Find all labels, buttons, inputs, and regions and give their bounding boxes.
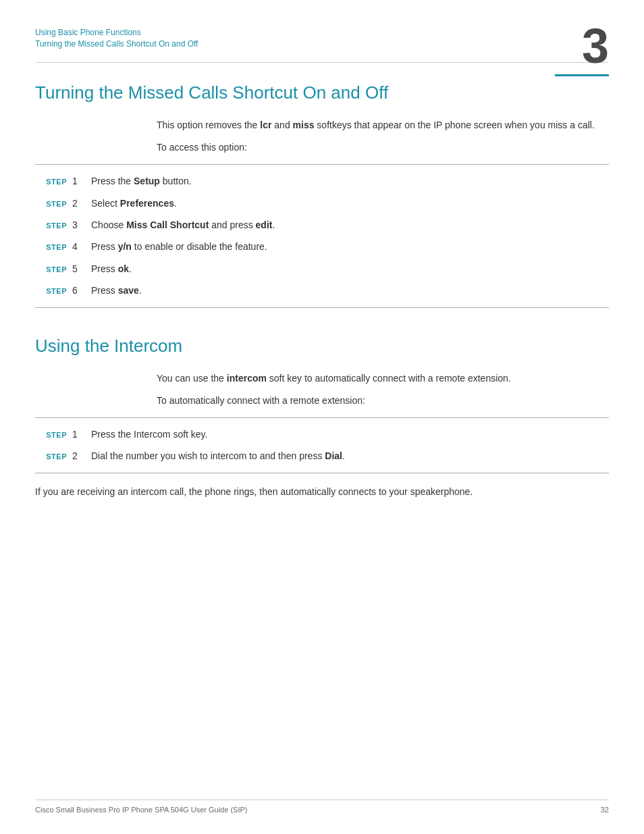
- step-label-5: STEP: [35, 263, 72, 276]
- chapter-number: 3: [582, 22, 609, 70]
- breadcrumb-line1: Using Basic Phone Functions: [35, 27, 609, 38]
- section1-title: Turning the Missed Calls Shortcut On and…: [35, 82, 609, 105]
- section2-title: Using the Intercom: [35, 335, 609, 358]
- step-label-s2-1: STEP: [35, 429, 72, 442]
- step-text-4: Press y/n to enable or disable the featu…: [91, 239, 609, 254]
- table-row: STEP 4 Press y/n to enable or disable th…: [35, 236, 609, 257]
- table-row: STEP 2 Dial the number you wish to inter…: [35, 445, 609, 467]
- table-row: STEP 1 Press the Intercom soft key.: [35, 423, 609, 445]
- step-label-s2-2: STEP: [35, 450, 72, 463]
- section2-note-text: If you are receiving an intercom call, t…: [35, 484, 609, 499]
- step-label-6: STEP: [35, 285, 72, 298]
- step-text-s2-1: Press the Intercom soft key.: [91, 427, 609, 442]
- step-number-2: 2: [72, 196, 91, 211]
- table-row: STEP 3 Choose Miss Call Shortcut and pre…: [35, 214, 609, 236]
- section2-steps: STEP 1 Press the Intercom soft key. STEP…: [35, 417, 609, 473]
- page-header: Using Basic Phone Functions Turning the …: [0, 0, 644, 63]
- footer-page-number: 32: [601, 806, 609, 814]
- section2-intro: You can use the intercom soft key to aut…: [157, 371, 609, 408]
- step-number-s2-2: 2: [72, 448, 91, 463]
- page-footer: Cisco Small Business Pro IP Phone SPA 50…: [35, 800, 609, 814]
- breadcrumb-line2: Turning the Missed Calls Shortcut On and…: [35, 38, 609, 50]
- step-number-4: 4: [72, 239, 91, 254]
- table-row: STEP 6 Press save.: [35, 280, 609, 301]
- step-text-2: Select Preferences.: [91, 196, 609, 211]
- footer-left-text: Cisco Small Business Pro IP Phone SPA 50…: [35, 806, 247, 814]
- section1-intro-p1: This option removes the lcr and miss sof…: [157, 118, 609, 132]
- content-area: Turning the Missed Calls Shortcut On and…: [0, 82, 644, 500]
- section1-intro: This option removes the lcr and miss sof…: [157, 118, 609, 155]
- step-text-3: Choose Miss Call Shortcut and press edit…: [91, 217, 609, 232]
- step-text-5: Press ok.: [91, 261, 609, 276]
- step-number-5: 5: [72, 261, 91, 276]
- step-number-1: 1: [72, 174, 91, 188]
- step-number-3: 3: [72, 217, 91, 232]
- header-divider: [35, 62, 609, 63]
- step-label-2: STEP: [35, 198, 72, 211]
- section1-intro-p2: To access this option:: [157, 140, 609, 155]
- step-text-6: Press save.: [91, 283, 609, 298]
- step-label-1: STEP: [35, 176, 72, 188]
- table-row: STEP 2 Select Preferences.: [35, 192, 609, 214]
- table-row: STEP 5 Press ok.: [35, 258, 609, 280]
- table-row: STEP 1 Press the Setup button.: [35, 170, 609, 192]
- step-label-4: STEP: [35, 241, 72, 254]
- step-number-6: 6: [72, 283, 91, 298]
- section1-steps: STEP 1 Press the Setup button. STEP 2 Se…: [35, 164, 609, 307]
- page-container: Using Basic Phone Functions Turning the …: [0, 0, 644, 834]
- section2-note: If you are receiving an intercom call, t…: [35, 484, 609, 499]
- step-number-s2-1: 1: [72, 427, 91, 442]
- chapter-rule-decoration: [555, 74, 609, 76]
- step-text-s2-2: Dial the number you wish to intercom to …: [91, 448, 609, 463]
- section2-intro-p1: You can use the intercom soft key to aut…: [157, 371, 609, 386]
- step-text-1: Press the Setup button.: [91, 174, 609, 188]
- step-label-3: STEP: [35, 219, 72, 232]
- section2-intro-p2: To automatically connect with a remote e…: [157, 393, 609, 408]
